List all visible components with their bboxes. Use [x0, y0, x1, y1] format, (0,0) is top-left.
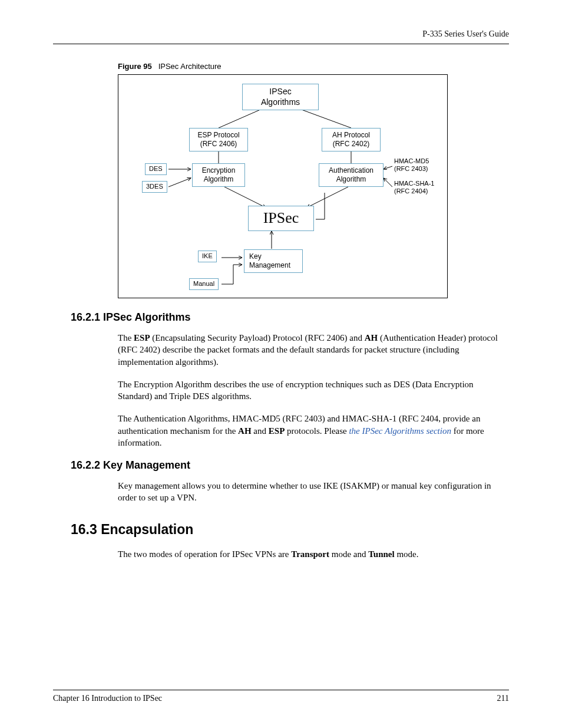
diagram-text-hmac-sha1: HMAC-SHA-1(RFC 2404)	[394, 180, 434, 195]
heading-16-2-1: 16.2.1 IPSec Algorithms	[71, 311, 509, 324]
diagram-box-des: DES	[145, 163, 167, 175]
heading-16-3: 16.3 Encapsulation	[71, 522, 509, 538]
link-ipsec-algorithms-section[interactable]: the IPSec Algorithms section	[349, 426, 451, 436]
diagram-box-ah-protocol: AH Protocol(RFC 2402)	[322, 128, 381, 151]
svg-line-5	[168, 178, 191, 187]
paragraph: The ESP (Encapsulating Security Payload)…	[118, 332, 507, 368]
paragraph: The Encryption Algorithm describes the u…	[118, 378, 507, 403]
svg-line-1	[295, 107, 351, 128]
diagram-box-ipsec-algorithms: IPSecAlgorithms	[242, 84, 319, 110]
paragraph: The two modes of operation for IPSec VPN…	[118, 548, 507, 560]
footer-page-number: 211	[497, 694, 509, 703]
diagram-box-encryption-algorithm: EncryptionAlgorithm	[192, 163, 245, 187]
ipsec-architecture-diagram: IPSecAlgorithms ESP Protocol(RFC 2406) A…	[118, 74, 448, 298]
heading-16-2-2: 16.2.2 Key Management	[71, 459, 509, 472]
diagram-box-ike: IKE	[198, 251, 217, 262]
diagram-box-manual: Manual	[189, 278, 219, 290]
diagram-box-3des: 3DES	[142, 181, 167, 193]
figure-label: Figure 95	[118, 62, 152, 71]
figure-title: IPSec Architecture	[158, 62, 222, 71]
page-footer: Chapter 16 Introduction to IPSec 211	[53, 690, 509, 703]
paragraph: Key management allows you to determine w…	[118, 480, 507, 504]
diagram-text-hmac-md5: HMAC-MD5(RFC 2403)	[394, 157, 429, 173]
paragraph: The Authentication Algorithms, HMAC-MD5 …	[118, 413, 507, 449]
svg-line-9	[307, 187, 348, 207]
running-header: P-335 Series User's Guide	[53, 29, 509, 44]
svg-line-0	[219, 107, 266, 128]
figure-caption: Figure 95 IPSec Architecture	[118, 62, 509, 71]
page: P-335 Series User's Guide Figure 95 IPSe…	[0, 0, 562, 560]
svg-line-8	[224, 187, 266, 207]
diagram-box-authentication-algorithm: AuthenticationAlgorithm	[319, 163, 384, 187]
diagram-box-key-management: KeyManagement	[244, 249, 303, 273]
svg-line-7	[384, 178, 392, 187]
diagram-box-ipsec: IPSec	[248, 206, 314, 231]
diagram-box-esp-protocol: ESP Protocol(RFC 2406)	[189, 128, 248, 151]
svg-line-6	[384, 166, 392, 169]
footer-chapter: Chapter 16 Introduction to IPSec	[53, 694, 162, 703]
